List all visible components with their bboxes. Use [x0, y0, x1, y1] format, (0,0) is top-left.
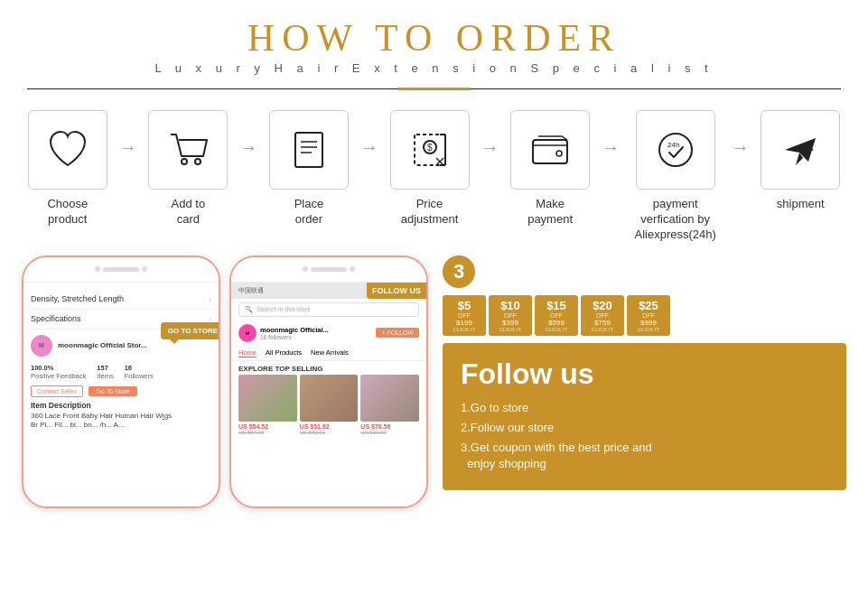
phone1-spec-label: Specifications [31, 314, 81, 323]
steps-row: Chooseproduct → Add tocard → Placeorder … [0, 90, 868, 252]
step-label-make-payment: Makepayment [527, 197, 573, 227]
arrow-3: → [359, 137, 380, 158]
phone2-store-row: M moonmagic Official... 16 followers + F… [231, 320, 426, 346]
coupon-5[interactable]: $5 OFF $199 CLICK IT [443, 295, 486, 336]
page-subtitle: L u x u r y H a i r E x t e n s i o n S … [0, 61, 868, 75]
coupon-10[interactable]: $10 OFF $399 CLICK IT [489, 295, 532, 336]
step-price-adjustment: $ Priceadjustment [380, 110, 480, 227]
step-label-shipment: shipment [777, 197, 825, 212]
plane-icon [776, 125, 825, 174]
phone1-buttons: Contact Seller Go To Store [31, 385, 211, 397]
heart-icon [43, 125, 92, 174]
phone1-density-label: Density, Stretched Length [31, 294, 124, 303]
step-payment-verification: 24h paymentverfication byAliexpress(24h) [621, 110, 730, 243]
phone2-search-label: Search in this store [257, 306, 311, 312]
svg-point-1 [195, 159, 201, 164]
phone2-dot [303, 266, 308, 272]
phone1-row-density: Density, Stretched Length › [31, 290, 211, 310]
phone2-nav-new[interactable]: New Arrivals [311, 348, 349, 357]
step-3-number: 3 [443, 255, 475, 288]
bottom-section: Density, Stretched Length › Specificatio… [0, 255, 868, 508]
contact-seller-button[interactable]: Contact Seller [31, 385, 83, 397]
phone1-dot [95, 266, 100, 272]
step-label-choose-product: Chooseproduct [47, 197, 88, 227]
cart-icon [163, 125, 212, 174]
phone2-store-info: moonmagic Official... 16 followers [260, 326, 329, 340]
step-icon-choose-product [28, 110, 107, 190]
step-place-order: Placeorder [259, 110, 359, 227]
phone2-carrier: 中国联通 [238, 286, 264, 295]
phone2-nav-home[interactable]: Home [238, 348, 257, 357]
phone1-item-desc: Item Description [31, 397, 211, 412]
svg-rect-2 [295, 133, 322, 167]
phone2-explore-label: EXPLORE TOP SELLING [231, 361, 426, 375]
coupon-25[interactable]: $25 OFF $999 CLICK IT [627, 295, 670, 336]
step-label-place-order: Placeorder [294, 197, 324, 227]
svg-point-16 [556, 151, 562, 156]
divider-accent [398, 88, 471, 90]
wallet-icon [526, 125, 574, 174]
step-label-price-adjustment: Priceadjustment [401, 197, 459, 227]
phone1-content: Density, Stretched Length › Specificatio… [23, 283, 219, 438]
step-icon-place-order [269, 110, 349, 190]
phone2-product-grid [231, 375, 426, 422]
phone2-dot2 [350, 266, 355, 272]
follow-section: 3 $5 OFF $199 CLICK IT $10 OFF $399 CLIC… [443, 255, 846, 508]
phone1-dot2 [142, 266, 147, 272]
step-shipment: shipment [751, 110, 850, 212]
phone1-store-avatar: M [31, 335, 52, 357]
coupon-20[interactable]: $20 OFF $759 CLICK IT [581, 295, 624, 336]
go-to-store-button[interactable]: Go To Store [89, 386, 136, 396]
phone1-density-chevron: › [209, 294, 211, 304]
step-icon-add-to-card [148, 110, 228, 190]
step-icon-price-adjustment: $ [390, 110, 470, 190]
phone1-store-stats: 100.0% Positive Feedback 157 Items 16 Fo… [31, 362, 211, 385]
arrow-2: → [238, 137, 259, 158]
page-title: HOW TO ORDER [0, 16, 868, 60]
follow-us-badge: FOLLOW US [367, 283, 426, 299]
phone1-store-info: M moonmagic Official Stor... GO TO STORE [31, 329, 211, 362]
phone2-prices: US $54.52 US $84.00 US $51.62 US $80.00 … [231, 422, 426, 435]
phone1-items: 157 Items [97, 364, 113, 380]
svg-text:$: $ [427, 143, 433, 153]
arrow-6: → [729, 137, 751, 158]
svg-text:24h: 24h [667, 141, 679, 149]
list-icon [285, 125, 333, 174]
phone1-positive: 100.0% Positive Feedback [31, 364, 86, 380]
phone2-nav-all[interactable]: All Products [266, 348, 302, 357]
follow-title: Follow us [461, 357, 828, 391]
phone2-product-3[interactable] [360, 375, 419, 422]
svg-point-17 [659, 134, 692, 166]
phone-1: Density, Stretched Length › Specificatio… [22, 255, 220, 508]
follow-item-3: 3.Get coupon with the best price and enj… [461, 440, 828, 472]
follow-item-1: 1.Go to store [461, 400, 828, 416]
coupon-15[interactable]: $15 OFF $599 CLICK IT [535, 295, 578, 336]
phone2-avatar: M [238, 324, 257, 342]
follow-button[interactable]: + FOLLOW [376, 328, 419, 338]
clock-check-icon: 24h [651, 125, 700, 174]
svg-point-0 [182, 159, 187, 164]
phones-container: Density, Stretched Length › Specificatio… [22, 255, 428, 508]
phone1-item-title: 360 Lace Front Baby Hair Human Hair Wigs… [31, 412, 211, 431]
arrow-4: → [479, 137, 500, 158]
step-choose-product: Chooseproduct [18, 110, 117, 227]
phone2-product-1[interactable] [238, 375, 297, 422]
step-add-to-card: Add tocard [139, 110, 238, 227]
phone2-search-bar[interactable]: 🔍 Search in this store [238, 302, 419, 317]
step-make-payment: Makepayment [500, 110, 600, 227]
phone2-notch [231, 257, 426, 283]
price-tag-icon: $ [406, 125, 454, 174]
phone1-notch [23, 257, 219, 283]
go-to-store-bubble[interactable]: GO TO STORE [161, 322, 220, 339]
step-label-add-to-card: Add tocard [172, 197, 206, 227]
phone2-nav: Home All Products New Arrivals [231, 346, 426, 361]
phone2-price-1: US $54.52 US $84.00 [238, 423, 297, 435]
phone2-product-2[interactable] [300, 375, 359, 422]
phone2-speaker [311, 267, 347, 272]
phone1-followers: 16 Followers [125, 364, 154, 380]
phone2-price-3: US $76.56 US $10.00 [360, 423, 419, 435]
phone2-store-name: moonmagic Official... [260, 326, 329, 334]
page-header: HOW TO ORDER L u x u r y H a i r E x t e… [0, 0, 868, 82]
arrow-5: → [600, 137, 621, 158]
follow-item-2: 2.Follow our store [461, 420, 828, 436]
